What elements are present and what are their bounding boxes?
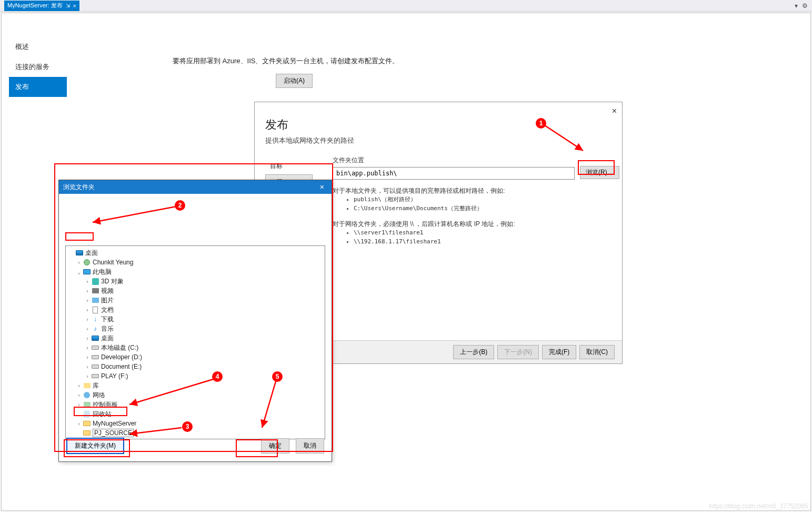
help-net-heading: 对于网络文件夹，必须使用 \\ ，后跟计算机名称或 IP 地址，例如:	[333, 219, 611, 229]
help-local-heading: 对于本地文件夹，可以提供项目的完整路径或相对路径，例如:	[333, 186, 611, 195]
ok-button[interactable]: 确定	[261, 438, 289, 454]
drive-icon	[91, 362, 99, 371]
browse-dialog-close-icon[interactable]: ×	[317, 183, 327, 191]
finish-button[interactable]: 完成(F)	[542, 345, 576, 359]
annotation-badge-4: 4	[212, 371, 223, 382]
cancel-button[interactable]: 取消(C)	[579, 345, 615, 359]
browse-dialog-titlebar: 浏览文件夹 ×	[59, 180, 332, 194]
tree-node-recycle[interactable]: 回收站	[67, 409, 324, 419]
gear-icon[interactable]: ⚙	[802, 2, 808, 9]
control-panel-icon	[83, 400, 91, 409]
pin-icon[interactable]: ⇲	[66, 3, 70, 8]
browse-dialog-title: 浏览文件夹	[63, 183, 95, 192]
browse-dialog-buttons: 新建文件夹(M) 确定 取消	[59, 438, 332, 454]
folder-location-label: 文件夹位置	[333, 156, 611, 165]
tree-node-downloads[interactable]: ›↓下载	[67, 314, 324, 324]
document-tab-strip: MyNugetServer: 发布 ⇲ × ▾ ⚙	[0, 0, 812, 12]
recycle-bin-icon	[83, 410, 91, 418]
tree-node-disk-e[interactable]: ›Document (E:)	[67, 362, 324, 371]
picture-icon	[91, 296, 99, 304]
video-icon	[91, 287, 99, 295]
tree-label: Chunkit Yeung	[93, 259, 133, 266]
monitor-icon	[91, 334, 99, 342]
tree-label: 桌面	[101, 334, 114, 343]
monitor-icon	[83, 268, 91, 276]
folder-location-input[interactable]	[333, 167, 575, 180]
cube-icon	[91, 277, 99, 285]
tree-node-videos[interactable]: ›视频	[67, 286, 324, 296]
tree-label: 桌面	[85, 249, 98, 258]
tree-label: PLAY (F:)	[101, 372, 128, 380]
folder-tree[interactable]: 桌面 ›Chunkit Yeung ⌄此电脑 ›3D 对象 ›视频 ›图片 ›文…	[65, 245, 325, 439]
publish-workspace: 概述 连接的服务 发布 要将应用部署到 Azure、IIS、文件夹或另一台主机，…	[1, 13, 811, 511]
next-button: 下一步(N)	[497, 345, 539, 359]
drive-icon	[91, 353, 99, 361]
tree-label: 3D 对象	[101, 277, 124, 286]
tree-node-control-panel[interactable]: ›控制面板	[67, 400, 324, 409]
tab-title: MyNugetServer: 发布	[7, 2, 63, 9]
tree-label: 音乐	[101, 324, 114, 333]
annotation-badge-3: 3	[182, 421, 193, 432]
tree-node-desktop[interactable]: 桌面	[67, 248, 324, 258]
library-icon	[83, 381, 91, 390]
help-net-ex2: \\192.168.1.17\fileshare1	[354, 238, 611, 247]
folder-icon	[83, 419, 91, 428]
watermark: https://blog.csdn.net/m0_37752065	[709, 503, 808, 510]
music-icon: ♪	[91, 324, 99, 333]
new-folder-name-input[interactable]: PJ_SOURCE	[93, 429, 134, 437]
annotation-badge-5: 5	[272, 371, 283, 382]
wizard-title: 发布	[255, 102, 622, 136]
tree-label: MyNugetServer	[93, 420, 136, 427]
network-icon	[83, 391, 91, 399]
help-local-ex1: publish\（相对路径）	[354, 195, 611, 204]
wizard-step-target[interactable]: 目标	[265, 158, 313, 174]
tree-node-music[interactable]: ›♪音乐	[67, 324, 324, 333]
drive-icon	[91, 372, 99, 380]
start-button[interactable]: 启动(A)	[276, 74, 313, 88]
tree-node-thispc[interactable]: ⌄此电脑	[67, 267, 324, 277]
tab-dropdown-icon[interactable]: ▾	[795, 2, 798, 9]
help-local-ex2: C:\Users\Username\Documents（完整路径）	[354, 204, 611, 213]
document-icon	[91, 306, 99, 314]
tree-node-user[interactable]: ›Chunkit Yeung	[67, 258, 324, 267]
download-icon: ↓	[91, 315, 99, 323]
tree-label: 控制面板	[93, 400, 118, 409]
tree-label: 下载	[101, 315, 114, 324]
new-folder-button[interactable]: 新建文件夹(M)	[66, 438, 124, 454]
wizard-close-icon[interactable]: ×	[612, 106, 617, 116]
prev-button[interactable]: 上一步(B)	[453, 345, 494, 359]
tree-label: 视频	[101, 287, 114, 296]
side-nav: 概述 连接的服务 发布	[9, 37, 67, 97]
help-network: 对于网络文件夹，必须使用 \\ ，后跟计算机名称或 IP 地址，例如: \\se…	[333, 219, 611, 246]
document-tab-active[interactable]: MyNugetServer: 发布 ⇲ ×	[4, 1, 79, 11]
tree-node-disk-d[interactable]: ›Developer (D:)	[67, 352, 324, 362]
tree-node-mynugetserver[interactable]: ›MyNugetServer	[67, 419, 324, 428]
close-tab-icon[interactable]: ×	[73, 3, 76, 9]
tree-node-network[interactable]: ›网络	[67, 390, 324, 400]
tree-node-desktop2[interactable]: ›桌面	[67, 333, 324, 343]
nav-publish[interactable]: 发布	[9, 77, 67, 97]
nav-connected-services[interactable]: 连接的服务	[9, 57, 67, 77]
help-net-ex1: \\server1\fileshare1	[354, 229, 611, 238]
tree-node-new-folder[interactable]: PJ_SOURCE	[67, 428, 324, 438]
publish-instruction-text: 要将应用部署到 Azure、IIS、文件夹或另一台主机，请创建发布配置文件。	[173, 56, 399, 66]
tree-node-disk-c[interactable]: ›本地磁盘 (C:)	[67, 343, 324, 352]
browse-cancel-button[interactable]: 取消	[296, 438, 324, 454]
tree-label: Developer (D:)	[101, 353, 142, 361]
tree-label: 回收站	[93, 410, 112, 419]
tree-node-documents[interactable]: ›文档	[67, 305, 324, 314]
tree-label: 本地磁盘 (C:)	[101, 343, 138, 352]
user-icon	[83, 258, 91, 267]
tree-node-disk-f[interactable]: ›PLAY (F:)	[67, 371, 324, 381]
wizard-subtitle: 提供本地或网络文件夹的路径	[255, 136, 622, 154]
tree-node-pictures[interactable]: ›图片	[67, 296, 324, 305]
nav-overview[interactable]: 概述	[9, 37, 67, 57]
tree-label: 文档	[101, 306, 114, 314]
tree-label: 此电脑	[93, 268, 112, 277]
folder-icon	[83, 429, 91, 437]
tree-node-library[interactable]: ›库	[67, 381, 324, 390]
tree-node-3dobjects[interactable]: ›3D 对象	[67, 277, 324, 286]
browse-button[interactable]: 浏览(R)…	[580, 166, 619, 179]
tree-label: 库	[93, 381, 99, 390]
monitor-icon	[75, 249, 84, 257]
